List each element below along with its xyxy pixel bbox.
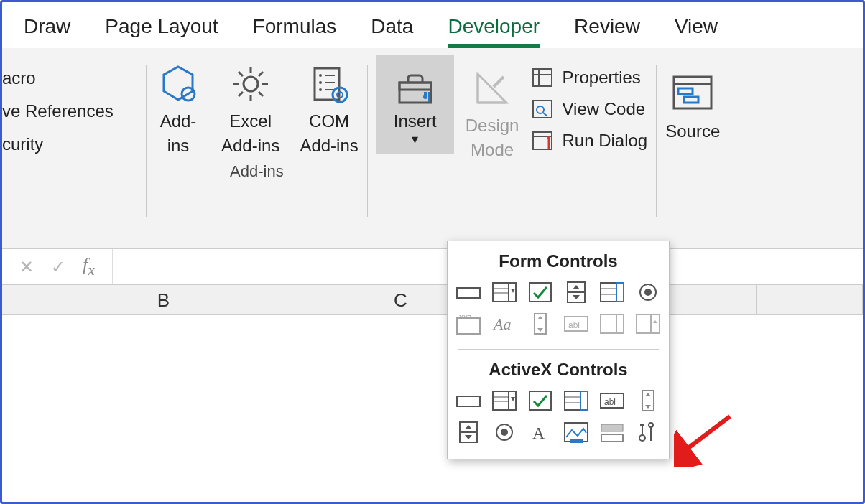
form-combo-icon[interactable] xyxy=(489,279,520,306)
tab-formulas[interactable]: Formulas xyxy=(253,15,337,48)
svg-point-104 xyxy=(649,423,653,427)
cancel-icon[interactable]: ✕ xyxy=(19,257,34,277)
svg-point-13 xyxy=(319,81,322,84)
ax-button-icon[interactable] xyxy=(453,387,484,414)
form-scrollbar-icon[interactable] xyxy=(524,310,556,337)
com-addins-button[interactable]: COM Add-ins xyxy=(300,61,358,155)
chevron-down-icon: ▾ xyxy=(412,131,418,147)
ribbon: acro ve References curity Add- ins Excel… xyxy=(2,48,863,249)
svg-rect-11 xyxy=(315,68,339,100)
tab-developer[interactable]: Developer xyxy=(448,15,540,48)
svg-rect-24 xyxy=(428,92,430,102)
ribbon-tabs: Draw Page Layout Formulas Data Developer… xyxy=(2,2,863,48)
excel-addins-button[interactable]: Excel Add-ins xyxy=(221,61,279,155)
svg-text:abl: abl xyxy=(604,397,616,407)
svg-marker-87 xyxy=(645,393,651,396)
ax-image-icon[interactable] xyxy=(560,419,592,446)
properties-icon xyxy=(530,67,555,88)
controls-group: Insert ▾ Design Mode Properties View Cod… xyxy=(368,55,656,248)
tab-draw[interactable]: Draw xyxy=(24,15,70,48)
svg-marker-88 xyxy=(645,405,651,409)
svg-marker-51 xyxy=(573,285,580,289)
ax-option-icon[interactable] xyxy=(489,419,520,446)
svg-rect-68 xyxy=(601,314,624,333)
form-label-icon[interactable]: Aa xyxy=(489,310,520,337)
form-spin-icon[interactable] xyxy=(560,279,592,306)
form-controls-grid: XYZ Aa abl xyxy=(458,279,659,337)
formula-bar: ✕ ✓ fx xyxy=(2,249,863,285)
ax-spin-icon[interactable] xyxy=(453,419,484,446)
controls-small-cmds: Properties View Code Run Dialog xyxy=(530,55,647,151)
grid-row[interactable] xyxy=(2,401,863,487)
relative-refs-cmd[interactable]: ve References xyxy=(2,101,140,121)
svg-text:Aa: Aa xyxy=(492,315,511,333)
fx-icon[interactable]: fx xyxy=(83,254,95,279)
ax-listbox-icon[interactable] xyxy=(560,387,592,414)
form-option-icon[interactable] xyxy=(632,279,664,306)
svg-line-10 xyxy=(239,92,243,96)
svg-line-9 xyxy=(259,72,263,76)
svg-rect-99 xyxy=(601,434,623,442)
form-listbox-icon[interactable] xyxy=(596,279,628,306)
xml-group: Source xyxy=(657,55,728,248)
svg-rect-98 xyxy=(601,424,623,431)
svg-line-33 xyxy=(543,113,547,116)
form-combo-alt-icon[interactable] xyxy=(596,310,628,337)
svg-marker-91 xyxy=(465,425,472,429)
svg-point-37 xyxy=(547,136,550,139)
svg-text:XYZ: XYZ xyxy=(459,314,472,321)
svg-rect-79 xyxy=(529,391,551,410)
col-header-blank[interactable] xyxy=(2,285,45,314)
grid-row[interactable] xyxy=(2,315,863,401)
design-mode-button[interactable]: Design Mode xyxy=(466,55,519,159)
ax-label-icon[interactable]: A xyxy=(524,419,556,446)
svg-rect-40 xyxy=(678,88,693,94)
ax-textbox-icon[interactable]: abl xyxy=(596,387,628,414)
svg-marker-47 xyxy=(511,289,515,293)
properties-button[interactable]: Properties xyxy=(530,67,647,88)
activex-controls-grid: abl A xyxy=(458,387,659,446)
svg-marker-64 xyxy=(537,316,543,319)
add-ins-icon xyxy=(155,61,201,107)
tab-data[interactable]: Data xyxy=(371,15,413,48)
addins-group-label: Add-ins xyxy=(230,162,284,181)
svg-marker-52 xyxy=(573,295,580,299)
svg-point-102 xyxy=(639,435,645,441)
add-ins-button[interactable]: Add- ins xyxy=(155,61,201,155)
ax-checkbox-icon[interactable] xyxy=(524,387,556,414)
svg-rect-42 xyxy=(457,288,480,298)
col-header-b[interactable]: B xyxy=(45,285,282,314)
enter-icon[interactable]: ✓ xyxy=(51,257,65,277)
record-macro-cmd[interactable]: acro xyxy=(2,68,140,88)
svg-rect-74 xyxy=(493,391,516,410)
ax-scrollbar-icon[interactable] xyxy=(632,387,664,414)
svg-text:abl: abl xyxy=(568,320,580,330)
col-header-e[interactable] xyxy=(757,285,863,314)
form-button-icon[interactable] xyxy=(453,279,484,306)
gear-icon xyxy=(228,61,274,107)
svg-rect-53 xyxy=(601,283,624,302)
svg-point-94 xyxy=(501,429,508,436)
svg-rect-43 xyxy=(493,283,516,302)
tab-page-layout[interactable]: Page Layout xyxy=(105,15,218,48)
svg-rect-23 xyxy=(424,92,427,95)
view-code-icon xyxy=(530,98,555,120)
com-addins-icon xyxy=(306,61,352,107)
tab-view[interactable]: View xyxy=(675,15,718,48)
form-checkbox-icon[interactable] xyxy=(524,279,556,306)
insert-controls-button[interactable]: Insert ▾ xyxy=(376,55,454,154)
form-textfield-icon[interactable]: abl xyxy=(560,310,592,337)
macro-security-cmd[interactable]: curity xyxy=(2,134,140,154)
run-dialog-button[interactable]: Run Dialog xyxy=(530,130,647,151)
svg-point-59 xyxy=(644,289,652,296)
ax-toggle-icon[interactable] xyxy=(596,419,628,446)
svg-rect-80 xyxy=(565,391,588,410)
view-code-button[interactable]: View Code xyxy=(530,98,647,120)
ax-more-controls-icon[interactable] xyxy=(632,419,664,446)
tab-review[interactable]: Review xyxy=(574,15,640,48)
source-button[interactable]: Source xyxy=(665,61,720,141)
form-groupbox-icon[interactable]: XYZ xyxy=(453,310,484,337)
ax-combo-icon[interactable] xyxy=(489,387,520,414)
svg-rect-41 xyxy=(684,97,698,103)
form-dropdown-alt-icon[interactable] xyxy=(632,310,664,337)
